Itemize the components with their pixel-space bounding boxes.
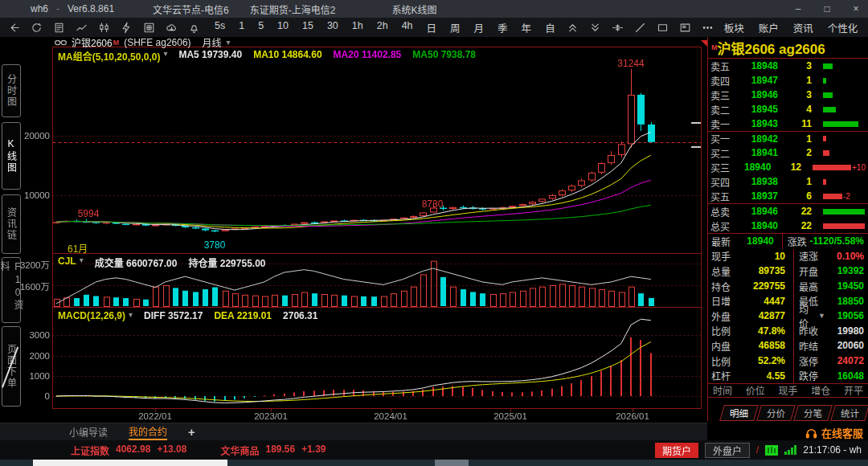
- link-icon[interactable]: [55, 38, 67, 47]
- book-bar-wrap: [812, 209, 866, 215]
- line-chart-icon[interactable]: [76, 21, 88, 34]
- cloud-node-label[interactable]: 文华云节点-电信6: [153, 2, 229, 16]
- period-button-1h[interactable]: 1h: [351, 20, 364, 35]
- book-qty: 22: [778, 206, 812, 217]
- sidebar-item-kline[interactable]: K线图: [2, 122, 21, 190]
- period-button-5s[interactable]: 5s: [214, 20, 226, 35]
- period-button-季[interactable]: 季: [497, 20, 509, 35]
- period-button-2h[interactable]: 2h: [376, 20, 389, 35]
- period-button-周[interactable]: 周: [449, 20, 461, 35]
- book-delta: -2: [843, 192, 850, 201]
- chevron-down-icon[interactable]: ▾: [227, 38, 231, 47]
- book-row-买四[interactable]: 买四189381: [708, 174, 868, 189]
- maximize-button[interactable]: □: [821, 3, 833, 14]
- book-row-卖二[interactable]: 卖二189454: [708, 102, 868, 117]
- book-row-卖五[interactable]: 卖五189483: [708, 59, 868, 73]
- tab-editor-digest[interactable]: 小编导读: [69, 425, 108, 439]
- macd-label[interactable]: MACD(12,26,9): [58, 310, 125, 321]
- period-button-15[interactable]: 15: [301, 20, 314, 35]
- stat-label: 现手: [711, 249, 740, 263]
- annotation-early-high: 5994: [78, 208, 100, 219]
- stat-label: 日增: [711, 294, 740, 308]
- futures-account-button[interactable]: 期货户: [655, 443, 698, 458]
- book-bar-wrap: [812, 63, 866, 69]
- trendline-tool-icon[interactable]: [634, 21, 646, 34]
- stat-label: 总量: [711, 264, 740, 278]
- chevron-double-up-icon[interactable]: [567, 21, 579, 34]
- period-dropdown[interactable]: 月线: [203, 35, 222, 49]
- report-icon[interactable]: [53, 21, 65, 34]
- menu-sectors[interactable]: 板块: [724, 20, 744, 35]
- sidebar-item-time-chart[interactable]: 分时图: [2, 64, 21, 117]
- panel-layout-icon[interactable]: [679, 21, 691, 34]
- bell-icon[interactable]: [188, 21, 200, 34]
- triangle-down-icon[interactable]: ▼: [818, 312, 825, 320]
- book-level-label: 买一: [710, 132, 736, 145]
- stat-row-7: 内盘46858昨结20060: [708, 338, 868, 354]
- cjl-label[interactable]: CJL: [58, 255, 76, 269]
- back-icon[interactable]: [8, 21, 20, 34]
- close-button[interactable]: ×: [850, 3, 862, 14]
- period-button-10[interactable]: 10: [276, 20, 289, 35]
- period-button-4h[interactable]: 4h: [401, 20, 414, 35]
- chevron-down-icon[interactable]: ▾: [163, 49, 167, 63]
- taskbar-window-peek[interactable]: [33, 460, 227, 466]
- sse-index-label[interactable]: 上证指数: [71, 444, 109, 457]
- book-row-买三[interactable]: 买三1894012+10: [708, 160, 868, 174]
- tab-tick[interactable]: 分笔: [793, 405, 833, 421]
- stat-value: 19056: [825, 310, 868, 321]
- cloud-download-icon[interactable]: [166, 21, 178, 34]
- lightning-icon[interactable]: [121, 21, 133, 34]
- online-service-link[interactable]: 在线客服: [805, 425, 863, 440]
- x-axis-label: 2022/01: [138, 411, 172, 421]
- sidebar-item-news-chain[interactable]: 资讯链: [2, 194, 21, 254]
- more-icon[interactable]: [702, 21, 714, 34]
- book-row-卖四[interactable]: 卖四189471: [708, 73, 868, 88]
- stat-label: 外盘: [711, 309, 740, 323]
- period-button-30[interactable]: 30: [326, 20, 339, 35]
- book-row-卖三[interactable]: 卖三189463: [708, 88, 868, 102]
- broker-session-label[interactable]: 东证期货-上海电信2: [250, 2, 336, 16]
- period-button-月[interactable]: 月: [473, 20, 485, 35]
- book-row-买二[interactable]: 买二189412: [708, 145, 868, 160]
- order-book-totals: 总卖1894622总买1894022: [708, 203, 868, 233]
- period-button-自[interactable]: 自: [544, 20, 556, 35]
- book-delta: +10: [852, 163, 866, 172]
- refresh-icon[interactable]: [31, 21, 43, 34]
- chevron-down-icon[interactable]: ▾: [80, 255, 84, 269]
- visible-bar-count: 61月: [68, 241, 88, 255]
- period-button-1[interactable]: 1: [238, 20, 245, 35]
- period-button-年[interactable]: 年: [521, 20, 533, 35]
- menu-account[interactable]: 账户: [759, 20, 779, 35]
- taskbar-button[interactable]: [435, 460, 469, 466]
- chevron-down-icon[interactable]: ▾: [129, 310, 133, 321]
- tab-my-contracts[interactable]: 我的合约: [129, 424, 167, 440]
- period-button-5[interactable]: 5: [257, 20, 264, 35]
- stat-label: 昨收: [793, 324, 825, 339]
- minimize-button[interactable]: –: [792, 3, 804, 14]
- wenhua-index-label[interactable]: 文华商品: [220, 444, 259, 457]
- ma-group-label[interactable]: MA组合(5,10,20,50,0,0): [58, 49, 160, 63]
- book-level-label: 卖三: [710, 88, 736, 102]
- tab-price-dist[interactable]: 分价: [756, 405, 796, 421]
- tab-statistics[interactable]: 统计: [830, 405, 868, 421]
- book-row-买五[interactable]: 买五189376-2: [708, 189, 868, 203]
- menu-personalize[interactable]: 个性化: [828, 20, 858, 35]
- add-tab-button[interactable]: +: [188, 425, 195, 439]
- book-price: 18945: [736, 104, 778, 115]
- candlestick-icon[interactable]: [98, 21, 110, 34]
- menu-news[interactable]: 资讯: [793, 20, 813, 35]
- symbol-name[interactable]: 沪银2606: [72, 35, 113, 49]
- app-window: wh6 - Ver6.8.861 文华云节点-电信6 东证期货-上海电信2 系统…: [0, 0, 868, 466]
- online-service-label[interactable]: 在线客服: [821, 425, 863, 440]
- overseas-account-button[interactable]: 外盘户: [705, 443, 750, 458]
- book-row-买一[interactable]: 买一189421: [708, 131, 868, 145]
- book-row-卖一[interactable]: 卖一1894311: [708, 117, 868, 131]
- period-button-日[interactable]: 日: [426, 20, 438, 35]
- grid-chart-icon[interactable]: [143, 21, 155, 34]
- sidebar-item-page-order[interactable]: 页面下单: [2, 326, 21, 407]
- bar-width-icon[interactable]: [612, 21, 624, 34]
- chevron-double-down-icon[interactable]: [589, 21, 601, 34]
- rect-tool-icon[interactable]: [657, 21, 669, 34]
- tab-detail[interactable]: 明细: [719, 405, 759, 421]
